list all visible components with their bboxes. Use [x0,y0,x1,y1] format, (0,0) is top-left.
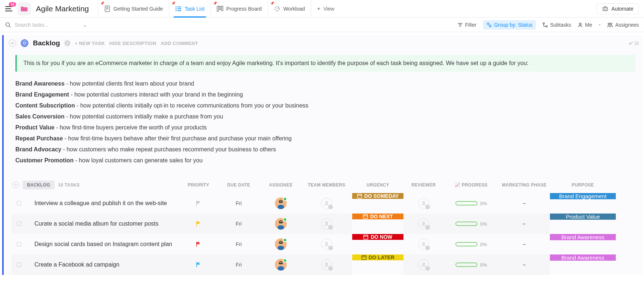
hide-description-button[interactable]: HIDE DESCRIPTION [109,41,156,46]
me-button[interactable]: Me [578,22,592,28]
task-name[interactable]: Interview a colleague and publish it on … [26,193,180,214]
task-checkbox[interactable] [12,254,26,275]
purpose-tag[interactable]: Product Value [550,214,616,234]
assignee-avatar[interactable] [261,254,301,275]
filter-button[interactable]: Filter [458,22,476,28]
due-date[interactable]: Fri [217,193,261,214]
add-comment-button[interactable]: ADD COMMENT [161,41,198,46]
svg-point-20 [6,23,10,26]
definition-item: Product Value - how first-time buyers pe… [15,122,635,133]
folder-chip[interactable] [18,2,31,15]
urgency-tag[interactable]: DO LATER [352,254,403,275]
col-priority[interactable]: PRIORITY [180,179,217,191]
task-checkbox[interactable] [12,193,26,214]
progress[interactable]: 0% [444,193,499,214]
chevron-down-icon[interactable]: ⌄ [83,22,87,28]
task-checkbox[interactable] [12,234,26,254]
svg-point-53 [326,222,328,224]
spiral-icon [21,39,29,47]
svg-rect-66 [364,235,368,239]
team-members[interactable]: + [301,193,352,214]
reviewer[interactable]: + [403,254,444,275]
subtasks-icon [543,22,548,27]
reviewer[interactable]: + [403,193,444,214]
priority-flag[interactable] [180,234,217,254]
status-indicator: SI [629,41,639,46]
tab-add-view[interactable]: + View [311,0,340,18]
col-team[interactable]: TEAM MEMBERS [301,179,352,191]
col-progress[interactable]: 📈 PROGRESS [444,179,499,191]
top-bar: 10 Agile Marketing 📌 Getting Started Gui… [0,0,644,18]
urgency-tag[interactable]: DO NEXT [352,214,403,234]
robot-icon [602,6,608,12]
due-date[interactable]: Fri [217,254,261,275]
urgency-tag[interactable]: DO NOW [352,234,403,254]
info-icon[interactable]: i [64,40,70,46]
main-menu-button[interactable]: 10 [4,4,14,14]
plus-icon: + [317,5,320,12]
board-icon [217,5,223,12]
svg-rect-15 [603,7,607,11]
subtasks-label: Subtasks [550,22,571,28]
col-reviewer[interactable]: REVIEWER [403,179,444,191]
team-members[interactable]: + [301,254,352,275]
priority-flag[interactable] [180,214,217,234]
task-name[interactable]: Design social cards based on Instagram c… [26,234,180,254]
task-name[interactable]: Create a Facebook ad campaign [26,254,180,275]
group-by-button[interactable]: Group by: Status [483,20,536,30]
assignees-button[interactable]: Assignees [607,22,639,28]
filter-icon [458,23,463,27]
task-checkbox[interactable] [12,214,26,234]
search-input[interactable] [14,22,80,28]
tab-getting-started[interactable]: 📌 Getting Started Guide [98,0,169,18]
tab-workload[interactable]: 📌 Workload [268,0,311,18]
pin-icon: 📌 [100,1,104,5]
team-members[interactable]: + [301,214,352,234]
new-task-button[interactable]: + NEW TASK [75,41,105,46]
due-date[interactable]: Fri [217,234,261,254]
collapse-group-button[interactable] [9,39,16,47]
col-due[interactable]: DUE DATE [217,179,261,191]
progress[interactable]: 0% [444,214,499,234]
automate-button[interactable]: Automate [596,3,639,14]
priority-flag[interactable] [180,254,217,275]
list-icon [175,5,182,12]
tab-task-list[interactable]: 📌 Task List [169,0,210,18]
team-members[interactable]: + [301,234,352,254]
marketing-phase[interactable]: – [499,193,550,214]
priority-flag[interactable] [180,193,217,214]
progress[interactable]: 0% [444,254,499,275]
assignee-avatar[interactable] [261,193,301,214]
urgency-tag[interactable]: DO SOMEDAY [352,193,403,214]
marketing-phase[interactable]: – [499,234,550,254]
col-purpose[interactable]: PURPOSE [550,179,616,191]
marketing-phase[interactable]: – [499,254,550,275]
svg-rect-12 [222,6,223,11]
tab-progress-board[interactable]: 📌 Progress Board [211,0,268,18]
workload-icon [274,5,280,12]
svg-point-4 [176,6,177,7]
purpose-tag[interactable]: Brand Awareness [550,254,616,275]
collapse-subgroup-button[interactable] [12,182,19,188]
svg-point-30 [608,23,610,24]
task-table: BACKLOG 10 TASKS PRIORITY DUE DATE ASSIG… [12,177,643,275]
definition-item: Brand Engagement - how potential custome… [15,89,635,100]
task-name[interactable]: Curate a social media album for customer… [26,214,180,234]
svg-rect-76 [279,263,283,264]
purpose-tag[interactable]: Brand Awareness [550,234,616,254]
reviewer[interactable]: + [403,234,444,254]
assignee-avatar[interactable] [261,214,301,234]
col-assignee[interactable]: ASSIGNEE [261,179,301,191]
progress[interactable]: 0% [444,234,499,254]
col-phase[interactable]: MARKETING PHASE [499,179,550,191]
purpose-tag[interactable]: Brand Engagement [550,193,616,214]
due-date[interactable]: Fri [217,214,261,234]
svg-point-25 [487,23,489,24]
assignee-avatar[interactable] [261,234,301,254]
subtasks-button[interactable]: Subtasks [543,22,571,28]
col-urgency[interactable]: URGENCY [352,179,403,191]
reviewer[interactable]: + [403,214,444,234]
marketing-phase[interactable]: – [499,214,550,234]
tab-label: Task List [185,6,204,12]
svg-point-41 [326,201,328,203]
